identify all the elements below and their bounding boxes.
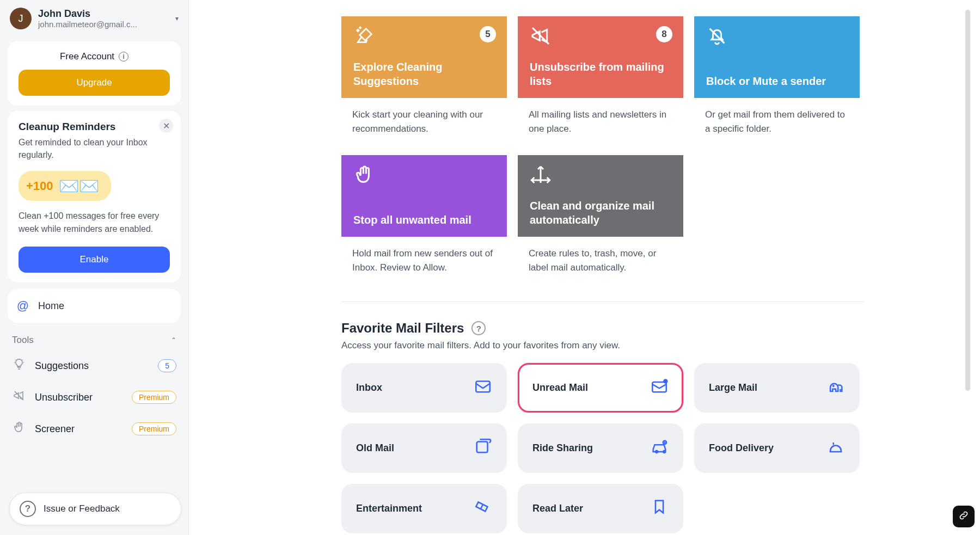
filter-label: Read Later: [532, 503, 583, 514]
action-desc: Kick start your cleaning with our recomm…: [341, 98, 507, 139]
food-icon: [826, 437, 845, 459]
filter-food[interactable]: Food Delivery: [694, 423, 860, 473]
action-badge: 5: [480, 26, 496, 42]
action-title: Explore Cleaning Suggestions: [353, 60, 495, 88]
action-title: Block or Mute a sender: [706, 74, 848, 88]
help-icon[interactable]: ?: [471, 321, 486, 335]
feedback-label: Issue or Feedback: [44, 503, 120, 514]
bookmark-icon: [650, 497, 669, 520]
filter-label: Entertainment: [356, 503, 422, 514]
filter-large[interactable]: Large Mail: [694, 363, 860, 413]
profile-row[interactable]: J John Davis john.mailmeteor@gmail.c... …: [8, 8, 181, 36]
elephant-icon: [826, 377, 845, 399]
enable-button[interactable]: Enable: [19, 247, 170, 273]
svg-rect-0: [476, 382, 490, 392]
filter-readlater[interactable]: Read Later: [518, 484, 683, 533]
filters-subtitle: Access your favorite mail filters. Add t…: [341, 340, 864, 351]
arrows-icon: [530, 164, 671, 189]
svg-point-3: [833, 385, 834, 386]
account-label: Free Account: [60, 51, 114, 62]
filter-label: Inbox: [356, 382, 382, 393]
svg-rect-1: [652, 382, 666, 392]
sidebar-item-screener[interactable]: Screener Premium: [8, 413, 181, 445]
car-icon: [650, 437, 669, 459]
envelope-icon: ✉️✉️: [59, 176, 99, 195]
reminders-subtitle: Get reminded to clean your Inbox regular…: [19, 136, 170, 161]
filter-label: Old Mail: [356, 442, 394, 454]
action-card-block[interactable]: Block or Mute a sender Or get mail from …: [694, 16, 860, 139]
bonus-count: +100: [26, 179, 53, 193]
account-card: Free Account i Upgrade: [8, 41, 181, 106]
info-icon[interactable]: i: [119, 52, 128, 62]
action-card-stop[interactable]: Stop all unwanted mail Hold mail from ne…: [341, 155, 507, 278]
action-card-unsubscribe[interactable]: 8 Unsubscribe from mailing lists All mai…: [518, 16, 683, 139]
chevron-down-icon[interactable]: ▾: [175, 15, 179, 22]
tool-label: Suggestions: [35, 360, 149, 372]
filter-label: Unread Mail: [532, 382, 588, 393]
sidebar-item-unsubscriber[interactable]: Unsubscriber Premium: [8, 382, 181, 413]
lightbulb-icon: [12, 358, 26, 374]
premium-badge: Premium: [132, 391, 176, 404]
filter-entertainment[interactable]: Entertainment: [341, 484, 507, 533]
sidebar-item-suggestions[interactable]: Suggestions 5: [8, 350, 181, 382]
chevron-up-icon: ⌃: [171, 336, 176, 344]
filter-inbox[interactable]: Inbox: [341, 363, 507, 413]
action-badge: 8: [656, 26, 672, 42]
ticket-icon: [474, 497, 492, 520]
svg-rect-4: [477, 442, 488, 453]
tools-label: Tools: [12, 335, 34, 346]
hand-icon: [12, 421, 26, 437]
help-icon: ?: [20, 501, 36, 517]
filter-ride[interactable]: Ride Sharing: [518, 423, 683, 473]
megaphone-off-icon: [530, 25, 671, 50]
filters-grid: Inbox Unread Mail Large Mail: [341, 363, 864, 533]
action-title: Stop all unwanted mail: [353, 213, 495, 227]
filter-old[interactable]: Old Mail: [341, 423, 507, 473]
feedback-button[interactable]: ? Issue or Feedback: [9, 493, 181, 525]
tool-label: Unsubscriber: [35, 392, 123, 403]
tool-label: Screener: [35, 423, 123, 435]
main: 5 Explore Cleaning Suggestions Kick star…: [189, 0, 980, 535]
megaphone-off-icon: [12, 389, 26, 405]
action-title: Unsubscribe from mailing lists: [530, 60, 671, 88]
svg-point-2: [663, 379, 668, 384]
action-desc: Create rules to, trash, move, or label m…: [518, 237, 683, 278]
link-float-button[interactable]: [953, 506, 975, 527]
action-desc: All mailing lists and newsletters in one…: [518, 98, 683, 139]
sidebar-item-home[interactable]: @ Home: [8, 289, 181, 323]
count-badge: 5: [158, 359, 176, 372]
inbox-icon: [474, 377, 492, 399]
premium-badge: Premium: [132, 422, 176, 435]
filter-label: Ride Sharing: [532, 442, 593, 454]
close-icon[interactable]: ✕: [159, 119, 173, 133]
avatar: J: [10, 8, 32, 29]
hand-icon: [353, 164, 495, 189]
action-card-organize[interactable]: Clean and organize mail automatically Cr…: [518, 155, 683, 278]
bonus-badge: +100 ✉️✉️: [19, 171, 111, 201]
profile-email: john.mailmeteor@gmail.c...: [38, 20, 169, 29]
home-label: Home: [38, 300, 64, 312]
action-cards-grid: 5 Explore Cleaning Suggestions Kick star…: [341, 16, 864, 283]
action-desc: Hold mail from new senders out of Inbox.…: [341, 237, 507, 278]
filter-unread[interactable]: Unread Mail: [518, 363, 683, 413]
old-mail-icon: [474, 437, 492, 459]
upgrade-button[interactable]: Upgrade: [19, 70, 170, 96]
scrollbar[interactable]: [965, 10, 970, 525]
profile-name: John Davis: [38, 8, 169, 20]
bell-off-icon: [706, 25, 848, 50]
divider: [341, 302, 864, 302]
action-desc: Or get mail from them delivered to a spe…: [694, 98, 860, 139]
filter-label: Large Mail: [709, 382, 757, 393]
reminders-title: Cleanup Reminders: [19, 121, 170, 133]
scroll-thumb[interactable]: [965, 10, 970, 391]
filter-label: Food Delivery: [709, 442, 774, 454]
action-title: Clean and organize mail automatically: [530, 199, 671, 227]
sidebar: J John Davis john.mailmeteor@gmail.c... …: [0, 0, 189, 535]
tools-toggle[interactable]: Tools ⌃: [8, 323, 181, 350]
unread-icon: [650, 377, 669, 399]
sparkle-broom-icon: [353, 25, 495, 50]
filters-title: Favorite Mail Filters: [341, 321, 464, 336]
reminders-body: Clean +100 messages for free every week …: [19, 210, 170, 236]
action-card-cleaning[interactable]: 5 Explore Cleaning Suggestions Kick star…: [341, 16, 507, 139]
at-icon: @: [16, 299, 29, 313]
